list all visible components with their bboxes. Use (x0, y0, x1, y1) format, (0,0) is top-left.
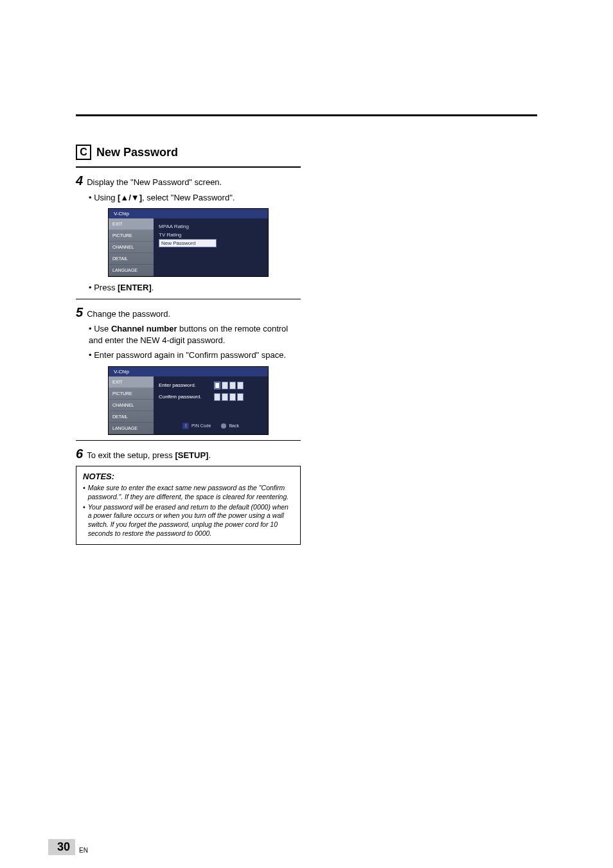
bullet-text: • Using [▲/▼], select "New Password". (89, 192, 235, 204)
osd-left-tabs: EXIT PICTURE CHANNEL DETAIL LANGUAGE (109, 376, 154, 434)
bullet-dot: • (83, 484, 85, 501)
foot-back: Back (221, 423, 239, 429)
pw-digit (229, 393, 236, 401)
osd-tab: PICTURE (109, 388, 154, 400)
foot-pin-code: ⠿ PIN Code (182, 423, 211, 429)
osd-row-selected: New Password (159, 239, 217, 247)
page-number-box: 30 (48, 839, 75, 855)
osd-row: TV Rating (159, 231, 263, 239)
step4-bullet: • Using [▲/▼], select "New Password". (89, 192, 301, 204)
osd-left-tabs: EXIT PICTURE CHANNEL DETAIL LANGUAGE (109, 218, 154, 276)
osd-title: V-Chip (109, 367, 268, 376)
step-number: 5 (76, 306, 83, 319)
divider (76, 440, 301, 441)
osd-tab: LANGUAGE (109, 423, 154, 434)
notes-box: NOTES: • Make sure to enter the exact sa… (76, 466, 301, 545)
keypad-icon: ⠿ (182, 423, 189, 429)
osd-tab: CHANNEL (109, 400, 154, 411)
osd-tab: DETAIL (109, 253, 154, 265)
osd-tab: LANGUAGE (109, 265, 154, 276)
field-label: Confirm password. (159, 394, 210, 400)
pw-digit (214, 382, 220, 389)
note-item: • Make sure to enter the exact same new … (83, 484, 294, 501)
osd-right-panel: Enter password. Confirm password. (154, 376, 268, 434)
keycap: [SETUP] (175, 450, 208, 460)
press-enter-line: • Press [ENTER]. (89, 282, 301, 294)
osd-tab: EXIT (109, 218, 154, 230)
section-title: New Password (96, 146, 178, 159)
step-6: 6 To exit the setup, press [SETUP]. (76, 447, 301, 461)
step5-bullet2: • Enter password again in "Confirm passw… (89, 350, 301, 361)
page-number: 30 (57, 840, 70, 853)
keycap: [ENTER] (118, 283, 152, 292)
step-text: Display the "New Password" screen. (87, 177, 222, 188)
page-footer: 30 EN (48, 839, 88, 855)
osd-row: MPAA Rating (159, 222, 263, 231)
osd-footer: ⠿ PIN Code Back (159, 419, 263, 429)
pw-digit (222, 382, 228, 389)
notes-title: NOTES: (83, 472, 294, 481)
heading-rule (76, 166, 301, 168)
pw-digit (222, 393, 228, 401)
osd-title: V-Chip (109, 209, 268, 218)
section-heading: C New Password (76, 145, 301, 160)
back-icon (221, 423, 226, 429)
divider (76, 299, 301, 299)
step-number: 6 (76, 447, 83, 460)
osd-body: EXIT PICTURE CHANNEL DETAIL LANGUAGE MPA… (109, 218, 268, 276)
note-item: • Your password will be erased and retur… (83, 503, 294, 538)
osd-vchip-menu: V-Chip EXIT PICTURE CHANNEL DETAIL LANGU… (108, 208, 269, 277)
step-text: Change the password. (87, 308, 170, 320)
bullet-dot: • (83, 503, 85, 538)
keycap: [▲/▼] (118, 193, 142, 202)
step5-bullet1: • Use Channel number buttons on the remo… (89, 323, 301, 346)
password-boxes (214, 393, 244, 401)
osd-tab: CHANNEL (109, 242, 154, 253)
page-language: EN (79, 847, 88, 854)
osd-right-panel: MPAA Rating TV Rating New Password (154, 218, 268, 276)
pw-digit (214, 393, 220, 401)
pw-digit (229, 382, 236, 389)
page: C New Password 4 Display the "New Passwo… (0, 0, 613, 868)
step-5: 5 Change the password. • Use Channel num… (76, 306, 301, 361)
pw-digit (237, 393, 244, 401)
osd-password-dialog: V-Chip EXIT PICTURE CHANNEL DETAIL LANGU… (108, 366, 269, 435)
channel-number-bold: Channel number (111, 324, 177, 333)
osd-body: EXIT PICTURE CHANNEL DETAIL LANGUAGE Ent… (109, 376, 268, 434)
field-label: Enter password. (159, 382, 210, 388)
password-boxes (214, 382, 244, 389)
osd-tab: PICTURE (109, 230, 154, 242)
top-rule (76, 114, 537, 116)
main-column: C New Password 4 Display the "New Passwo… (76, 145, 301, 545)
step-4: 4 Display the "New Password" screen. • U… (76, 174, 301, 203)
confirm-password-field: Confirm password. (159, 393, 263, 401)
osd-tab: EXIT (109, 376, 154, 388)
pw-digit (237, 382, 244, 389)
step-text: To exit the setup, press [SETUP]. (87, 450, 211, 461)
enter-password-field: Enter password. (159, 382, 263, 389)
step-number: 4 (76, 174, 83, 187)
osd-tab: DETAIL (109, 411, 154, 423)
section-letter: C (80, 146, 87, 158)
section-letter-box: C (76, 145, 91, 160)
